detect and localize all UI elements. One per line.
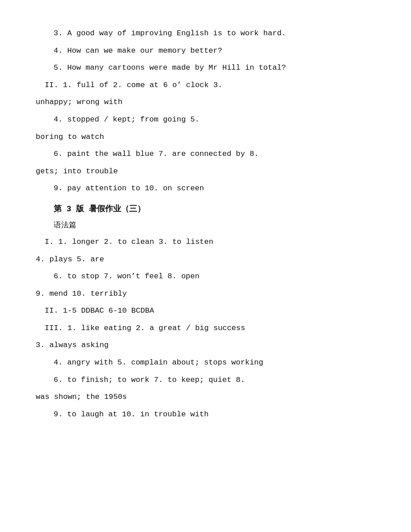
main-content: 3. A good way of improving English is to… [36, 27, 375, 421]
i-2: 4. plays 5. are [36, 253, 375, 267]
i-6: 6. to stop 7. won’t feel 8. open [36, 270, 375, 284]
iii-4: 4. angry with 5. complain about; stops w… [36, 356, 375, 370]
ii-ans-5: boring to watch [36, 130, 375, 144]
q3: 3. A good way of improving English is to… [36, 27, 375, 41]
q4: 4. How can we make our memory better? [36, 44, 375, 58]
ii-ans-4: 4. stopped / kept; from going 5. [36, 113, 375, 127]
iii-8: was shown; the 1950s [36, 390, 375, 404]
section-title: 第 3 版 暑假作业（三） [36, 202, 375, 216]
q5: 5. How many cartoons were made by Mr Hil… [36, 61, 375, 75]
ii-ans-8: gets; into trouble [36, 165, 375, 179]
i-1: I. 1. longer 2. to clean 3. to listen [36, 235, 375, 249]
sub-title: 语法篇 [36, 219, 375, 233]
iii-1: III. 1. like eating 2. a great / big suc… [36, 322, 375, 335]
iii-3: 3. always asking [36, 339, 375, 352]
iii-6: 6. to finish; to work 7. to keep; quiet … [36, 373, 375, 387]
ii-ans-9: 9. pay attention to 10. on screen [36, 182, 375, 196]
ii-answers: II. 1. full of 2. come at 6 o’ clock 3. [36, 79, 375, 92]
ii-ans-6: 6. paint the wall blue 7. are connected … [36, 147, 375, 161]
ii-ans-cont: unhappy; wrong with [36, 96, 375, 109]
ii-15: II. 1-5 DDBAC 6-10 BCDBA [36, 304, 375, 318]
i-9: 9. mend 10. terribly [36, 287, 375, 301]
iii-9: 9. to laugh at 10. in trouble with [36, 408, 375, 422]
